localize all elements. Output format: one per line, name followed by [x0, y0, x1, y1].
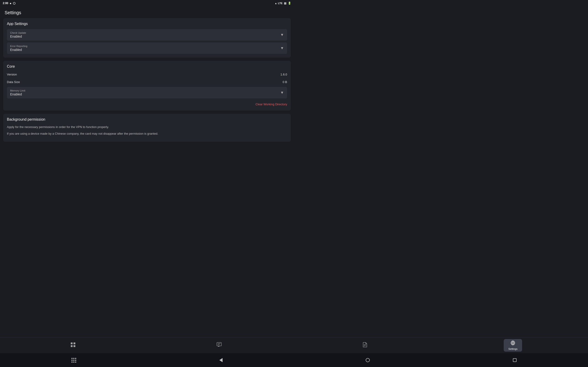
background-permission-card: Background permission Apply for the nece…	[3, 114, 291, 142]
memory-limit-content: Memory Limit Enabled	[10, 89, 25, 96]
check-update-label: Check Update	[10, 31, 26, 34]
time-display: 2:00	[3, 2, 8, 5]
error-reporting-label: Error Reporting	[10, 45, 27, 48]
circle-icon: ●	[10, 2, 11, 5]
memory-limit-dropdown[interactable]: Memory Limit Enabled ▼	[7, 87, 287, 98]
cube-icon: ⬡	[13, 2, 15, 5]
status-bar-left: 2:00 ● ⬡	[3, 2, 15, 5]
lte-label: LTE	[278, 2, 283, 5]
permission-text-1: Apply for the necessary permissions in o…	[7, 125, 287, 130]
clear-working-directory-button[interactable]: Clear Working Directory	[7, 100, 287, 107]
memory-limit-label: Memory Limit	[10, 89, 25, 92]
app-settings-title: App Settings	[7, 22, 287, 26]
battery-icon: 🔋	[288, 2, 291, 5]
status-bar-right: ▴ LTE ▩ 🔋	[275, 2, 291, 5]
data-size-label: Data Size	[7, 80, 20, 84]
app-settings-card: App Settings Check Update Enabled ▼ Erro…	[3, 18, 291, 58]
check-update-arrow-icon: ▼	[280, 33, 284, 37]
memory-limit-value: Enabled	[10, 92, 25, 96]
permission-text-2: If you are using a device made by a Chin…	[7, 131, 287, 136]
signal-icon: ▩	[284, 2, 286, 5]
error-reporting-arrow-icon: ▼	[280, 46, 284, 50]
error-reporting-content: Error Reporting Enabled	[10, 45, 27, 52]
memory-limit-arrow-icon: ▼	[280, 91, 284, 95]
page-title: Settings	[0, 6, 294, 18]
version-row: Version 1.6.0	[7, 72, 287, 77]
core-title: Core	[7, 65, 287, 69]
error-reporting-value: Enabled	[10, 48, 27, 52]
version-value: 1.6.0	[280, 73, 287, 76]
background-permission-title: Background permission	[7, 117, 287, 122]
data-size-value: 0 B	[283, 80, 287, 84]
check-update-dropdown[interactable]: Check Update Enabled ▼	[7, 29, 287, 41]
data-size-row: Data Size 0 B	[7, 79, 287, 85]
content-area: App Settings Check Update Enabled ▼ Erro…	[0, 18, 294, 169]
status-bar: 2:00 ● ⬡ ▴ LTE ▩ 🔋	[0, 0, 294, 6]
check-update-value: Enabled	[10, 35, 26, 38]
version-label: Version	[7, 73, 17, 76]
error-reporting-dropdown[interactable]: Error Reporting Enabled ▼	[7, 42, 287, 54]
core-card: Core Version 1.6.0 Data Size 0 B Memory …	[3, 61, 291, 110]
check-update-content: Check Update Enabled	[10, 31, 26, 38]
wifi-signal-icon: ▴	[275, 2, 277, 5]
